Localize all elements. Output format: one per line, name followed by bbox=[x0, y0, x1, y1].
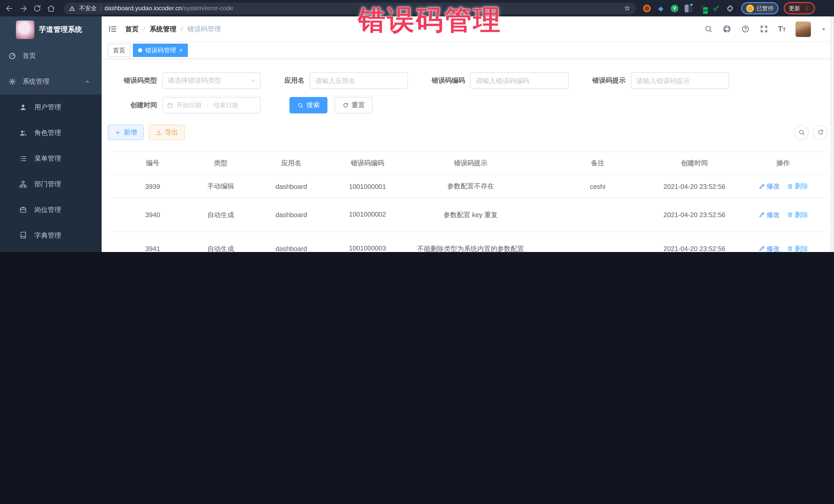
app-logo-row[interactable]: 芋道管理系统 bbox=[0, 17, 102, 43]
extension-switch-icon[interactable]: ☰ bbox=[699, 4, 706, 12]
sidebar-item-dept-management[interactable]: 部门管理 bbox=[0, 171, 102, 197]
cell-type: 自动生成 bbox=[198, 244, 244, 252]
edit-link[interactable]: 修改 bbox=[758, 182, 780, 191]
sidebar-item-dict-management[interactable]: 字典管理 bbox=[0, 223, 102, 248]
tab-active[interactable]: 错误码管理 bbox=[133, 44, 188, 57]
create-time-range-picker[interactable]: 开始日期 - 结束日期 bbox=[162, 97, 261, 113]
tab-close-icon[interactable] bbox=[179, 47, 183, 53]
column-header: 错误码提示 bbox=[396, 159, 545, 168]
browser-update-button[interactable]: 更新 bbox=[784, 2, 815, 14]
sidebar-item-notice-announcement[interactable]: 通知公告 bbox=[0, 248, 102, 252]
bookmark-star-icon[interactable] bbox=[623, 5, 631, 12]
cell-actions: 修改删除 bbox=[739, 210, 828, 219]
trash-icon bbox=[787, 212, 793, 218]
cell-message: 参数配置不存在 bbox=[396, 182, 545, 191]
avatar-caret-icon[interactable] bbox=[821, 26, 827, 32]
delete-link[interactable]: 删除 bbox=[787, 210, 808, 219]
error-msg-input[interactable] bbox=[631, 72, 729, 89]
not-secure-warning-icon[interactable] bbox=[69, 5, 75, 12]
scrollbar-thumb[interactable] bbox=[831, 18, 833, 126]
app-name-label: 应用名 bbox=[284, 76, 304, 85]
browser-back-icon[interactable] bbox=[5, 4, 14, 13]
breadcrumb-item: 错误码管理 bbox=[188, 24, 221, 34]
extension-v-icon[interactable]: V bbox=[671, 4, 679, 12]
dept-management-icon bbox=[19, 180, 27, 188]
cell-actions: 修改删除 bbox=[739, 244, 828, 252]
browser-profile-chip[interactable]: 已暂停 bbox=[741, 2, 778, 14]
extension-gem-icon[interactable]: ◆ bbox=[657, 4, 665, 12]
cell-type: 自动生成 bbox=[198, 210, 244, 219]
user-avatar[interactable] bbox=[795, 21, 811, 37]
delete-link[interactable]: 删除 bbox=[787, 244, 808, 252]
toggle-search-button[interactable] bbox=[794, 125, 809, 140]
sidebar: 芋道管理系统 首页系统管理 用户管理角色管理菜单管理部门管理岗位管理字典管理通知… bbox=[0, 17, 102, 252]
url-text: dashboard.yudao.iocoder.cn/system/error-… bbox=[105, 5, 620, 12]
refresh-icon bbox=[342, 102, 349, 109]
chevron-up-icon bbox=[84, 79, 90, 85]
filter-row-2: 创建时间 开始日期 - 结束日期 搜索 重置 bbox=[108, 97, 828, 113]
browser-menu-dots-icon[interactable] bbox=[804, 5, 810, 12]
search-button[interactable]: 搜索 bbox=[289, 97, 327, 113]
cell-id: 3941 bbox=[108, 245, 198, 252]
page-content: 错误码类型 请选择错误码类型 应用名 错误码编码 bbox=[102, 59, 834, 252]
table-row: 3940自动生成dashboard1001000002参数配置 key 重复20… bbox=[108, 198, 828, 232]
cell-message: 不能删除类型为系统内置的参数配置 bbox=[396, 244, 545, 252]
sidebar-item-menu-management[interactable]: 菜单管理 bbox=[0, 146, 102, 171]
column-header: 创建时间 bbox=[650, 159, 739, 168]
cell-create-time: 2021-04-20 23:52:56 bbox=[650, 182, 739, 190]
reset-button[interactable]: 重置 bbox=[335, 97, 373, 113]
browser-home-icon[interactable] bbox=[47, 4, 56, 13]
dict-management-icon bbox=[19, 232, 27, 240]
breadcrumb-item[interactable]: 系统管理 bbox=[150, 24, 176, 34]
address-bar[interactable]: 不安全 dashboard.yudao.iocoder.cn/system/er… bbox=[64, 2, 636, 14]
not-secure-label: 不安全 bbox=[79, 4, 97, 12]
export-button[interactable]: 导出 bbox=[149, 125, 185, 140]
column-header: 编号 bbox=[108, 159, 198, 168]
system-management-icon bbox=[8, 78, 17, 86]
app-name-input[interactable] bbox=[309, 72, 408, 89]
error-code-label: 错误码编码 bbox=[432, 76, 465, 85]
sidebar-item-system-management[interactable]: 系统管理 bbox=[0, 69, 102, 94]
sidebar-toggle[interactable] bbox=[108, 24, 117, 34]
sidebar-item-role-management[interactable]: 角色管理 bbox=[0, 120, 102, 146]
github-icon[interactable] bbox=[722, 25, 731, 34]
app-logo bbox=[16, 21, 35, 39]
header-search-icon[interactable] bbox=[704, 25, 712, 34]
breadcrumb-separator: / bbox=[143, 25, 145, 33]
extension-key-icon[interactable] bbox=[712, 4, 720, 12]
sidebar-item-user-management[interactable]: 用户管理 bbox=[0, 94, 102, 120]
edit-icon bbox=[758, 183, 765, 190]
font-size-icon[interactable]: TT bbox=[778, 24, 786, 34]
error-code-input[interactable] bbox=[470, 72, 569, 89]
search-icon bbox=[798, 129, 805, 136]
extensions-puzzle-icon[interactable] bbox=[726, 4, 734, 12]
edit-link[interactable]: 修改 bbox=[758, 244, 780, 252]
breadcrumb-item[interactable]: 首页 bbox=[125, 24, 138, 34]
refresh-table-button[interactable] bbox=[813, 125, 828, 140]
sidebar-item-home[interactable]: 首页 bbox=[0, 43, 102, 69]
scrollbar[interactable] bbox=[830, 17, 834, 252]
update-button-label: 更新 bbox=[789, 4, 800, 12]
cell-id: 3940 bbox=[108, 211, 198, 219]
error-type-select[interactable]: 请选择错误码类型 bbox=[162, 72, 261, 89]
add-button[interactable]: 新增 bbox=[108, 125, 144, 140]
tabs-bar: 首页错误码管理 bbox=[102, 42, 834, 59]
delete-link[interactable]: 删除 bbox=[787, 182, 808, 191]
table-row: 3941自动生成dashboard1001000003不能删除类型为系统内置的参… bbox=[108, 232, 828, 252]
extension-orange-icon[interactable] bbox=[643, 4, 651, 12]
browser-forward-icon[interactable] bbox=[19, 4, 28, 13]
cell-create-time: 2021-04-20 23:52:56 bbox=[650, 245, 739, 252]
sidebar-item-post-management[interactable]: 岗位管理 bbox=[0, 197, 102, 223]
edit-link[interactable]: 修改 bbox=[758, 210, 780, 219]
browser-reload-icon[interactable] bbox=[33, 4, 42, 13]
tab-inactive[interactable]: 首页 bbox=[108, 44, 130, 57]
home-icon bbox=[8, 52, 17, 60]
top-navbar: 首页/系统管理/错误码管理 TT bbox=[102, 17, 834, 42]
profile-emoji-icon bbox=[746, 4, 754, 12]
screen: 不安全 dashboard.yudao.iocoder.cn/system/er… bbox=[0, 0, 834, 252]
table-header-row: 编号类型应用名错误码编码错误码提示备注创建时间操作 bbox=[108, 152, 828, 175]
help-icon[interactable] bbox=[741, 25, 750, 34]
extension-grid-icon[interactable] bbox=[685, 4, 692, 12]
column-header: 错误码编码 bbox=[339, 159, 396, 168]
fullscreen-icon[interactable] bbox=[759, 25, 768, 34]
